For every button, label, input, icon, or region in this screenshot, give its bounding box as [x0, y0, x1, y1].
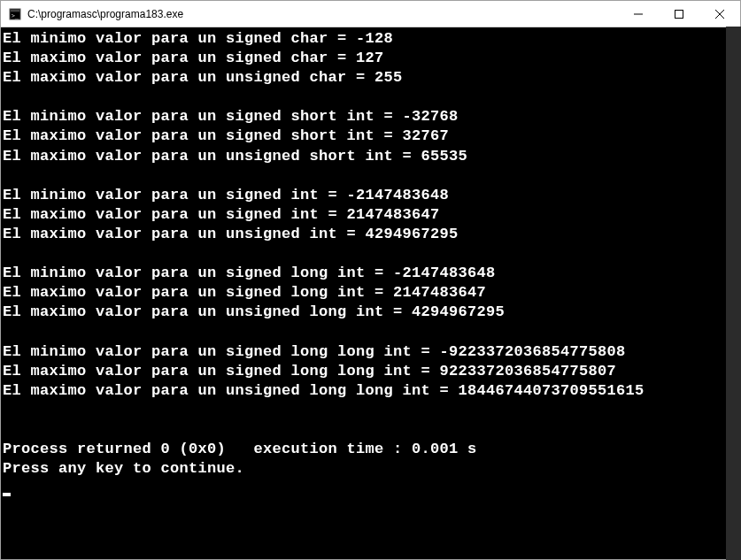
titlebar: >_ C:\programasc\programa183.exe — [1, 1, 740, 27]
svg-rect-4 — [675, 10, 683, 18]
console-line: El maximo valor para un unsigned int = 4… — [3, 225, 738, 244]
vertical-scrollbar[interactable] — [726, 27, 741, 560]
scrollbar-track[interactable] — [726, 27, 741, 560]
console-line — [3, 420, 738, 440]
console-line: El minimo valor para un signed long int … — [3, 264, 738, 283]
console-line: El minimo valor para un signed long long… — [3, 342, 738, 362]
window-controls — [618, 1, 740, 27]
console-line: El maximo valor para un signed long long… — [3, 362, 738, 381]
minimize-icon — [634, 10, 643, 19]
cursor — [3, 493, 11, 496]
console-line: El minimo valor para un signed char = -1… — [3, 29, 738, 49]
console-line — [3, 88, 738, 107]
maximize-button[interactable] — [659, 1, 699, 27]
window-title: C:\programasc\programa183.exe — [27, 8, 618, 20]
console-line: El minimo valor para un signed short int… — [3, 107, 738, 127]
console-line — [3, 244, 738, 264]
console-line: El maximo valor para un unsigned long lo… — [3, 381, 738, 401]
console-line: Press any key to continue. — [3, 459, 738, 479]
console-line: El maximo valor para un unsigned char = … — [3, 68, 738, 88]
maximize-icon — [675, 10, 683, 19]
console-line — [3, 166, 738, 186]
console-line — [3, 322, 738, 341]
svg-text:>_: >_ — [12, 12, 19, 19]
console-window: >_ C:\programasc\programa183.exe — [0, 0, 741, 560]
console-line: El minimo valor para un signed int = -21… — [3, 186, 738, 205]
console-line: El maximo valor para un signed short int… — [3, 127, 738, 146]
close-button[interactable] — [699, 1, 740, 27]
console-line: Process returned 0 (0x0) execution time … — [3, 440, 738, 459]
close-icon — [715, 10, 724, 19]
console-line: El maximo valor para un unsigned long in… — [3, 303, 738, 322]
console-line: El maximo valor para un signed long int … — [3, 283, 738, 303]
console-cursor-line — [3, 479, 738, 498]
console-line: El maximo valor para un signed int = 214… — [3, 205, 738, 225]
console-line: El maximo valor para un signed char = 12… — [3, 49, 738, 68]
console-output[interactable]: El minimo valor para un signed char = -1… — [1, 27, 740, 559]
console-line: El maximo valor para un unsigned short i… — [3, 147, 738, 166]
console-line — [3, 401, 738, 420]
app-icon: >_ — [8, 7, 22, 21]
minimize-button[interactable] — [618, 1, 659, 27]
